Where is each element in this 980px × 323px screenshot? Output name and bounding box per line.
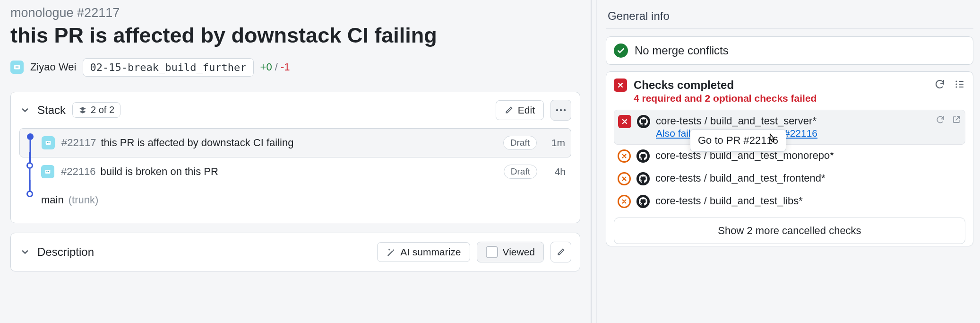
x-box-icon xyxy=(614,79,627,92)
graph-node-icon xyxy=(27,133,34,140)
check-name: core-tests / build_and_test_libs* xyxy=(655,195,803,207)
check-item[interactable]: core-tests / build_and_test_server* Also… xyxy=(614,110,965,145)
github-icon xyxy=(636,149,650,163)
svg-point-13 xyxy=(955,83,957,85)
svg-rect-1 xyxy=(16,67,17,68)
github-icon xyxy=(637,115,650,128)
list-icon[interactable] xyxy=(954,79,965,90)
viewed-toggle[interactable]: Viewed xyxy=(477,242,544,262)
stack-panel: Stack 2 of 2 Edit xyxy=(10,92,580,223)
pr-row-title: build is broken on this PR xyxy=(100,166,218,178)
merge-status-text: No merge conflicts xyxy=(635,44,729,57)
edit-stack-button[interactable]: Edit xyxy=(496,100,544,120)
stack-icon xyxy=(78,106,87,114)
stack-row[interactable]: #22116 build is broken on this PR Draft … xyxy=(19,157,571,186)
stack-row-base[interactable]: main (trunk) xyxy=(19,186,571,214)
checks-title: Checks completed xyxy=(634,79,928,92)
branch-chip[interactable]: 02-15-break_build_further xyxy=(83,58,253,77)
svg-rect-10 xyxy=(46,171,47,172)
general-info-title: General info xyxy=(608,9,973,23)
check-item[interactable]: core-tests / build_and_test_monorepo* xyxy=(614,145,965,167)
checks-subtitle: 4 required and 2 optional checks failed xyxy=(634,93,928,104)
row-avatar xyxy=(42,136,55,149)
row-age: 4h xyxy=(544,166,566,177)
svg-point-14 xyxy=(955,86,957,87)
svg-rect-2 xyxy=(17,67,18,68)
author-name[interactable]: Ziyao Wei xyxy=(30,61,76,73)
author-avatar[interactable] xyxy=(10,61,24,74)
cancelled-circle-icon xyxy=(618,149,631,163)
pr-number: #22117 xyxy=(61,137,96,149)
checkbox-icon xyxy=(486,246,498,258)
merge-conflicts-card: No merge conflicts xyxy=(606,36,973,65)
svg-rect-7 xyxy=(47,142,48,143)
breadcrumb[interactable]: monologue #22117 xyxy=(10,6,580,20)
row-age: 1m xyxy=(543,137,565,148)
check-circle-icon xyxy=(614,44,628,58)
check-name: core-tests / build_and_test_frontend* xyxy=(655,172,825,184)
graph-node-icon xyxy=(26,162,33,169)
edit-description-button[interactable] xyxy=(550,242,571,262)
pr-title: this PR is affected by downstack CI fail… xyxy=(10,23,580,48)
row-avatar xyxy=(41,165,54,178)
check-item[interactable]: core-tests / build_and_test_libs* xyxy=(614,190,965,213)
draft-badge: Draft xyxy=(503,136,537,150)
stack-title: Stack xyxy=(37,104,66,117)
stack-count-chip: 2 of 2 xyxy=(72,102,120,118)
external-link-icon[interactable] xyxy=(952,115,961,124)
trunk-label: (trunk) xyxy=(69,194,99,206)
pr-number: #22116 xyxy=(61,166,95,178)
draft-badge: Draft xyxy=(504,165,537,179)
svg-rect-0 xyxy=(14,65,20,70)
svg-rect-6 xyxy=(46,141,51,145)
show-more-checks-button[interactable]: Show 2 more cancelled checks xyxy=(614,218,965,244)
pr-row-title: this PR is affected by downstack CI fail… xyxy=(101,137,293,149)
pencil-icon xyxy=(505,106,513,114)
pointer-cursor-icon xyxy=(765,133,778,147)
cancelled-circle-icon xyxy=(618,195,631,208)
chevron-down-icon[interactable] xyxy=(19,105,31,116)
diffstat: +0 / -1 xyxy=(260,61,290,73)
wand-icon xyxy=(386,247,395,257)
svg-rect-9 xyxy=(45,170,51,174)
checks-card: Checks completed 4 required and 2 option… xyxy=(606,71,973,246)
refresh-icon[interactable] xyxy=(936,115,945,124)
chevron-down-icon[interactable] xyxy=(19,246,31,258)
github-icon xyxy=(636,172,650,185)
check-name: core-tests / build_and_test_server* xyxy=(656,115,930,127)
stack-row[interactable]: #22117 this PR is affected by downstack … xyxy=(19,128,571,157)
description-title: Description xyxy=(37,245,94,259)
svg-point-12 xyxy=(955,80,957,82)
refresh-icon[interactable] xyxy=(934,79,946,90)
github-icon xyxy=(636,195,650,208)
check-item[interactable]: core-tests / build_and_test_frontend* xyxy=(614,167,965,190)
cancelled-circle-icon xyxy=(618,172,631,185)
graph-node-icon xyxy=(26,191,33,197)
svg-point-4 xyxy=(560,109,562,111)
svg-point-3 xyxy=(556,109,558,111)
description-panel: Description AI summarize Viewed xyxy=(10,233,580,271)
base-branch-name: main xyxy=(41,194,64,206)
x-box-icon xyxy=(618,115,631,128)
kebab-menu-button[interactable] xyxy=(550,100,571,121)
svg-point-5 xyxy=(564,109,566,111)
svg-rect-8 xyxy=(49,142,50,143)
svg-rect-11 xyxy=(48,171,49,172)
divider xyxy=(606,28,973,29)
ai-summarize-button[interactable]: AI summarize xyxy=(377,242,470,262)
